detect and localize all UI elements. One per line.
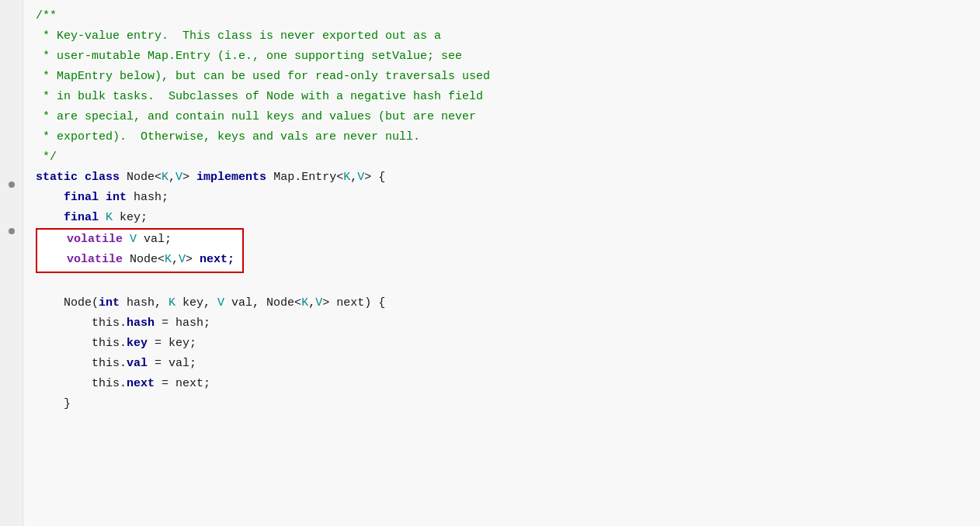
code-token: V <box>357 168 364 188</box>
code-line-volatile: volatile V val; <box>37 230 236 250</box>
code-token: volatile <box>67 233 130 246</box>
code-token: Node< <box>127 168 162 188</box>
gutter-line-12 <box>7 177 16 192</box>
gutter-line-6 <box>7 84 16 99</box>
code-token: K <box>162 168 169 188</box>
code-token: Node< <box>130 253 165 266</box>
code-token: = hash; <box>155 313 210 334</box>
code-line: * exported). Otherwise, keys and vals ar… <box>36 127 980 147</box>
bookmark-marker-2 <box>9 228 15 234</box>
gutter-line-15 <box>7 223 16 239</box>
code-token: Node( <box>36 293 99 313</box>
code-area[interactable]: /** * Key-value entry. This class is nev… <box>23 0 980 526</box>
code-line: this.key = key; <box>36 334 980 354</box>
gutter-line-20 <box>7 301 16 317</box>
code-line: */ <box>36 147 980 168</box>
code-token: = next; <box>155 374 210 394</box>
gutter-line-4 <box>7 53 16 68</box>
code-token: this. <box>36 313 127 334</box>
gutter-line-19 <box>7 285 16 301</box>
code-token: */ <box>36 147 57 168</box>
code-token: = val; <box>148 354 196 374</box>
code-token: int <box>106 188 134 208</box>
gutter-line-14 <box>7 208 16 223</box>
code-line: static class Node<K,V> implements Map.En… <box>36 168 980 188</box>
gutter <box>0 0 23 526</box>
code-token: hash; <box>134 188 169 208</box>
gutter-line-1 <box>7 6 16 22</box>
code-token: V <box>315 293 322 313</box>
gutter-line-18 <box>7 270 16 285</box>
code-token: V <box>175 168 182 188</box>
code-token: V <box>179 253 186 266</box>
code-token: Map.Entry< <box>273 168 343 188</box>
code-token: hash, <box>127 293 169 313</box>
gutter-line-3 <box>7 37 16 53</box>
code-line: this.hash = hash; <box>36 313 980 334</box>
code-token: K <box>106 208 113 228</box>
code-token: this. <box>36 374 127 394</box>
code-token: key, <box>175 293 217 313</box>
code-token: , <box>308 293 315 313</box>
code-token: next <box>127 374 155 394</box>
gutter-line-17 <box>7 254 16 270</box>
code-token: > <box>186 253 200 266</box>
code-token: static <box>36 168 85 188</box>
highlighted-volatile-block: volatile V val; volatile Node<K,V> next; <box>36 228 980 273</box>
code-token: = key; <box>148 334 196 354</box>
code-token: final <box>64 208 106 228</box>
code-token: * Key-value entry. This class is never e… <box>36 26 441 47</box>
gutter-line-9 <box>7 130 16 146</box>
code-token: V <box>130 233 137 246</box>
code-line: * are special, and contain null keys and… <box>36 107 980 127</box>
code-line: final int hash; <box>36 188 980 208</box>
code-token: class <box>85 168 127 188</box>
code-token <box>39 253 67 266</box>
code-token: > <box>182 168 196 188</box>
code-line: this.val = val; <box>36 354 980 374</box>
code-line: } <box>36 394 980 414</box>
code-token: key; <box>113 208 148 228</box>
code-line: * Key-value entry. This class is never e… <box>36 26 980 47</box>
code-token: val, Node< <box>224 293 301 313</box>
code-token: K <box>301 293 308 313</box>
code-token: , <box>169 168 175 188</box>
code-token: * exported). Otherwise, keys and vals ar… <box>36 127 420 147</box>
code-token: hash <box>127 313 155 334</box>
code-token: * user-mutable Map.Entry (i.e., one supp… <box>36 47 462 67</box>
code-token <box>36 188 64 208</box>
code-token: this. <box>36 354 127 374</box>
code-line-volatile: volatile Node<K,V> next; <box>37 250 236 270</box>
gutter-line-13 <box>7 192 16 208</box>
code-line <box>36 273 980 293</box>
code-token: final <box>64 188 106 208</box>
code-token: val; <box>137 233 172 246</box>
code-token: * MapEntry below), but can be used for r… <box>36 67 490 87</box>
code-line: Node(int hash, K key, V val, Node<K,V> n… <box>36 293 980 313</box>
code-line: * user-mutable Map.Entry (i.e., one supp… <box>36 47 980 67</box>
code-token: * are special, and contain null keys and… <box>36 107 476 127</box>
editor-container: /** * Key-value entry. This class is nev… <box>0 0 980 526</box>
code-token: > next) { <box>322 293 385 313</box>
code-token: int <box>99 293 127 313</box>
code-token: implements <box>196 168 273 188</box>
code-line: /** <box>36 6 980 26</box>
gutter-line-7 <box>7 99 16 115</box>
code-line: final K key; <box>36 208 980 228</box>
code-line: * MapEntry below), but can be used for r… <box>36 67 980 87</box>
code-line: * in bulk tasks. Subclasses of Node with… <box>36 87 980 107</box>
code-token: val <box>127 354 148 374</box>
code-token: K <box>343 168 350 188</box>
code-token: /** <box>36 6 57 26</box>
gutter-line-8 <box>7 115 16 130</box>
gutter-line-11 <box>7 161 16 177</box>
code-line: this.next = next; <box>36 374 980 394</box>
code-token: * in bulk tasks. Subclasses of Node with… <box>36 87 483 107</box>
gutter-line-5 <box>7 68 16 84</box>
code-token: V <box>217 293 224 313</box>
code-token: > { <box>364 168 385 188</box>
code-token: K <box>169 293 175 313</box>
code-token: , <box>350 168 357 188</box>
code-token: key <box>127 334 148 354</box>
code-token: , <box>172 253 179 266</box>
